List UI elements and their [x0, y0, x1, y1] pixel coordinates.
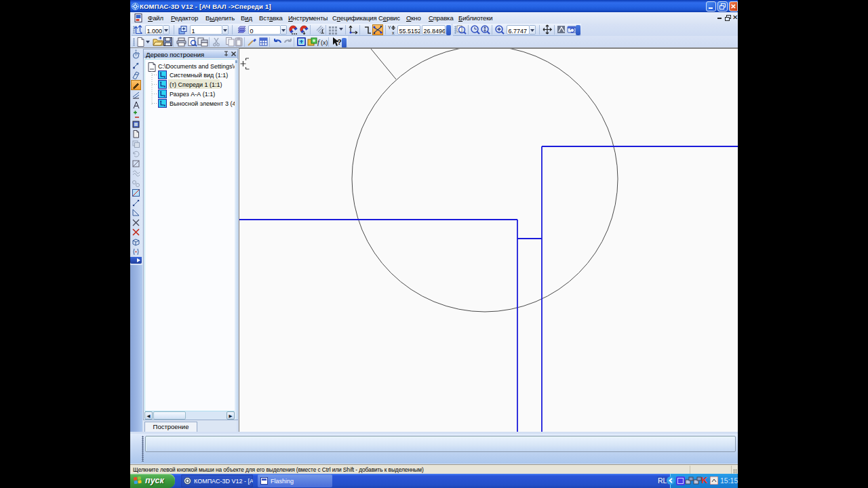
- svg-text:Y: Y: [388, 25, 391, 30]
- svg-text:?: ?: [337, 38, 342, 46]
- svg-text:(x): (x): [321, 39, 328, 46]
- svg-text:x: x: [392, 30, 395, 35]
